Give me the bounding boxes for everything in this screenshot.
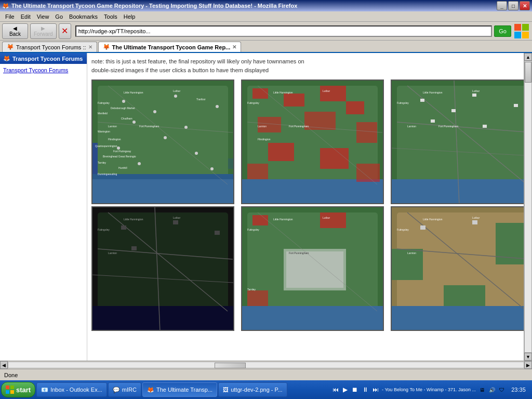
svg-rect-70 (472, 94, 476, 97)
svg-text:Fort Punningham: Fort Punningham (289, 125, 309, 128)
taskbar-item-inbox[interactable]: 📧 Inbox - Outlook Ex... (36, 382, 107, 397)
maximize-button[interactable]: □ (508, 1, 518, 10)
svg-text:Lutbur: Lutbur (323, 89, 330, 92)
systray-network-icon[interactable]: 🖥 (478, 385, 486, 394)
systray-antivirus-icon[interactable]: 🛡 (498, 385, 506, 394)
scroll-track[interactable] (524, 61, 532, 353)
media-play-button[interactable]: ▶ (342, 386, 349, 393)
menu-view[interactable]: View (34, 12, 52, 21)
taskbar-item-uttgr-label: uttgr-dev-2.png - P... (231, 387, 282, 393)
tab-0[interactable]: 🦊 Transport Tycoon Forums :: ✕ (2, 42, 97, 52)
tab-close-0[interactable]: ✕ (88, 44, 92, 50)
scroll-thumb[interactable] (525, 62, 531, 83)
menu-go[interactable]: Go (52, 12, 66, 21)
svg-point-19 (138, 162, 141, 165)
svg-rect-88 (173, 220, 178, 224)
title-bar-buttons: _ □ ✕ (497, 1, 530, 10)
svg-rect-53 (356, 164, 380, 182)
svg-rect-102 (247, 290, 268, 306)
forward-button[interactable]: ▶ Forward (30, 23, 57, 39)
svg-text:Larnton: Larnton (407, 251, 416, 255)
main-content[interactable]: note: this is just a test feature, the f… (87, 53, 524, 361)
address-input[interactable] (75, 25, 493, 37)
menu-tools[interactable]: Tools (101, 12, 121, 21)
svg-point-14 (184, 126, 188, 129)
tab-close-1[interactable]: ✕ (232, 44, 236, 50)
scroll-down-button[interactable]: ▼ (524, 353, 532, 361)
window-title: The Ultimate Transport Tycoon Game Repos… (11, 3, 297, 9)
svg-rect-126 (10, 390, 14, 394)
taskbar-item-firefox-icon: 🦊 (147, 387, 154, 393)
systray-volume-icon[interactable]: 🔊 (488, 385, 496, 394)
side-panel-title: Transport Tycoon Forums (12, 56, 83, 62)
scroll-up-button[interactable]: ▲ (524, 53, 532, 61)
map-cell-4[interactable]: Little Hunnington Lutbur Futingsley Larn… (91, 206, 234, 331)
svg-rect-9 (92, 179, 233, 203)
map-cell-1[interactable]: Little Hunnington Lutbur Trartbor Futing… (91, 79, 234, 204)
svg-text:Tarnley: Tarnley (98, 161, 107, 164)
menu-file[interactable]: File (2, 12, 18, 21)
taskbar-item-mirc[interactable]: 💬 mIRC (108, 382, 141, 397)
systray: 🖥 🔊 🛡 (478, 385, 506, 394)
svg-text:Futingsley: Futingsley (98, 228, 110, 231)
scroll-right-button[interactable]: ▶ (524, 361, 532, 369)
svg-rect-117 (420, 225, 425, 230)
side-panel-content: Transport Tycoon Forums (0, 64, 87, 78)
h-scroll-track[interactable] (8, 362, 524, 368)
svg-rect-123 (6, 385, 9, 389)
tab-1[interactable]: 🦊 The Ultimate Transport Tycoon Game Rep… (98, 42, 242, 52)
svg-rect-81 (98, 212, 228, 316)
scroll-left-button[interactable]: ◀ (0, 361, 8, 369)
side-panel-link[interactable]: Transport Tycoon Forums (3, 67, 84, 73)
map-cell-3[interactable]: Little Hunnington Lutbur Futingsley Larn… (391, 79, 524, 204)
svg-rect-51 (320, 148, 349, 169)
taskbar-item-uttgr[interactable]: 🖼 uttgr-dev-2.png - P... (218, 382, 287, 397)
map-thumb-1: Little Hunnington Lutbur Trartbor Futing… (92, 81, 233, 203)
vertical-scrollbar[interactable]: ▲ ▼ (524, 53, 532, 361)
svg-text:Fort Flutingway: Fort Flutingway (113, 150, 131, 153)
back-label: Back (9, 31, 21, 37)
media-next-button[interactable]: ⏭ (371, 386, 380, 393)
svg-text:Wanington: Wanington (98, 130, 110, 133)
content-area: 🦊 Transport Tycoon Forums Transport Tyco… (0, 53, 532, 361)
svg-text:Futingsley: Futingsley (247, 228, 259, 231)
svg-text:Larnton: Larnton (108, 251, 117, 255)
side-panel-icon: 🦊 (3, 55, 10, 62)
menu-edit[interactable]: Edit (18, 12, 34, 21)
taskbar-item-inbox-icon: 📧 (41, 387, 48, 393)
svg-rect-97 (242, 306, 383, 330)
menu-bookmarks[interactable]: Bookmarks (66, 12, 101, 21)
media-stop-button[interactable]: ⏹ (351, 386, 359, 393)
svg-rect-46 (346, 101, 364, 114)
svg-text:Lutbur: Lutbur (173, 89, 181, 92)
svg-text:Tarnley: Tarnley (247, 288, 256, 291)
media-pause-button[interactable]: ⏸ (361, 386, 369, 393)
winxp-logo (513, 23, 530, 39)
svg-rect-48 (304, 112, 336, 130)
map-cell-2[interactable]: Little Hunnington Lutbur Futingsley Larn… (241, 79, 384, 204)
media-prev-button[interactable]: ⏮ (331, 386, 340, 393)
svg-text:Larnton: Larnton (258, 125, 267, 128)
svg-text:Debsborough Market: Debsborough Market (111, 107, 135, 110)
back-button[interactable]: ◀ Back (2, 23, 28, 39)
close-button[interactable]: ✕ (520, 1, 530, 10)
svg-rect-3 (522, 32, 529, 38)
svg-rect-87 (121, 225, 126, 230)
h-scroll-thumb[interactable] (215, 363, 246, 368)
map-thumb-5: Little Hunnington Lutbur Futingsley Fort… (242, 207, 383, 330)
svg-rect-73 (483, 125, 487, 128)
go-button[interactable]: Go (494, 25, 511, 37)
minimize-button[interactable]: _ (497, 1, 507, 10)
taskbar-item-inbox-label: Inbox - Outlook Ex... (50, 387, 102, 393)
svg-rect-0 (514, 24, 521, 31)
stop-button[interactable]: ✕ (59, 23, 71, 39)
start-button[interactable]: start (1, 382, 35, 397)
map-cell-6[interactable]: Little Hunnington Lutbur Futingsley Larn… (391, 206, 524, 331)
svg-text:Chudham: Chudham (121, 117, 132, 120)
svg-text:Futingsley: Futingsley (397, 228, 409, 231)
note-text: note: this is just a test feature, the f… (91, 57, 520, 74)
horizontal-scrollbar[interactable]: ◀ ▶ (0, 361, 532, 369)
map-cell-5[interactable]: Little Hunnington Lutbur Futingsley Fort… (241, 206, 384, 331)
taskbar-item-firefox[interactable]: 🦊 The Ultimate Transp... (142, 382, 217, 397)
menu-help[interactable]: Help (121, 12, 139, 21)
